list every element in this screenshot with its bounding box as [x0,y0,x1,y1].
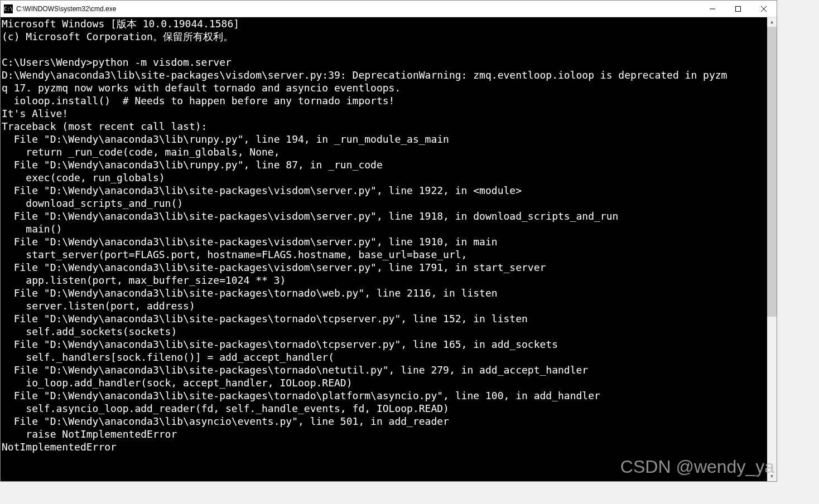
app-icon: C:\ [4,4,13,13]
minimize-button[interactable] [700,1,725,17]
window-controls [700,1,777,17]
window-title: C:\WINDOWS\system32\cmd.exe [16,5,700,13]
scroll-up-arrow[interactable]: ▲ [767,17,777,27]
terminal-area: Microsoft Windows [版本 10.0.19044.1586] (… [1,17,777,481]
terminal-output[interactable]: Microsoft Windows [版本 10.0.19044.1586] (… [1,17,767,481]
scroll-down-arrow[interactable]: ▼ [767,472,777,481]
scroll-thumb[interactable] [767,27,777,317]
maximize-button[interactable] [725,1,751,17]
scroll-track[interactable] [767,27,777,472]
titlebar[interactable]: C:\ C:\WINDOWS\system32\cmd.exe [1,1,777,17]
close-button[interactable] [751,1,777,17]
vertical-scrollbar[interactable]: ▲ ▼ [767,17,777,481]
svg-rect-1 [736,6,741,11]
cmd-window: C:\ C:\WINDOWS\system32\cmd.exe Microsof… [0,0,777,482]
